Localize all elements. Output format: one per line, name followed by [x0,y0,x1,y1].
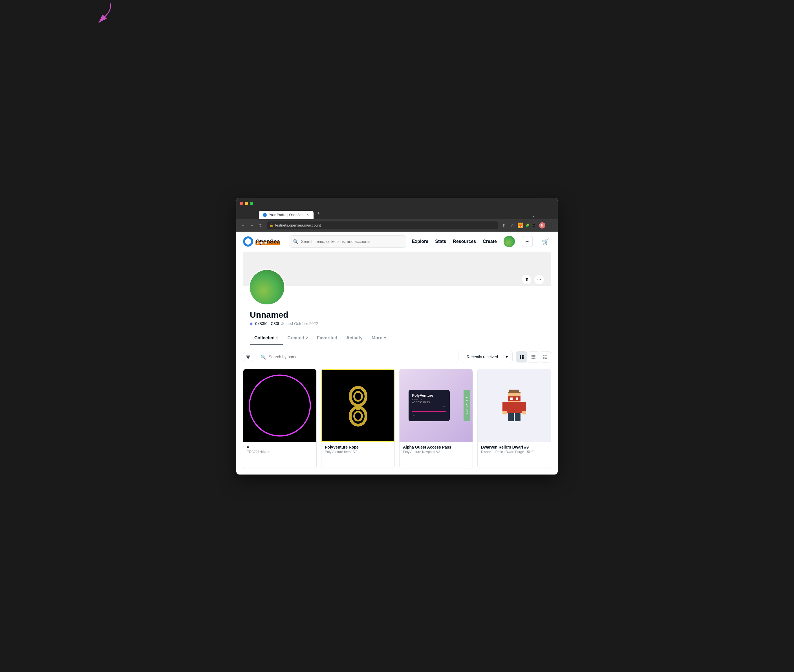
pv-card-title: PolyVenture [412,393,446,397]
view-small-grid-button[interactable] [516,351,527,363]
browser-kebab-menu[interactable]: ⋮ [548,222,554,228]
tab-more[interactable]: More ▾ [367,331,390,345]
svg-rect-4 [522,357,524,359]
nft-1-more-button[interactable]: ··· [243,457,316,469]
back-button[interactable]: ← [240,222,246,229]
svg-rect-32 [507,402,522,413]
nav-user-avatar[interactable] [503,236,515,247]
nav-search-input[interactable] [289,235,406,248]
nft-2-more-button[interactable]: ··· [321,457,395,469]
nft-card-4[interactable]: Dwarven Relic's Dwarf #9 Dwarven Relics … [478,369,551,469]
maximize-window-button[interactable] [250,202,253,205]
svg-rect-3 [520,357,521,359]
svg-rect-11 [532,358,533,359]
sort-dropdown[interactable]: Recently received ▾ [462,351,513,363]
view-list-button[interactable] [540,351,551,363]
nav-wallet-button[interactable]: ⊟ [522,236,533,247]
profile-name: Unnamed [250,310,544,320]
nft-info-3: Alpha Guest Access Pass PolyVenture Keyp… [399,442,473,457]
nft-3-more-button[interactable]: ··· [399,457,473,469]
svg-rect-19 [545,358,547,359]
address-text: testnets.opensea.io/account [275,223,321,227]
nft-collection-1: ERC721zkMint [247,450,313,454]
nft-card-1[interactable]: # ERC721zkMint ··· [243,369,316,469]
share-profile-button[interactable]: ⬆ [522,275,532,285]
tab-created[interactable]: Created 2 [283,331,312,345]
circle-annotation [243,369,316,442]
nft-search-input[interactable] [257,351,459,363]
bookmark-icon[interactable]: ☆ [509,222,515,229]
tab-close-button[interactable]: ✕ [306,213,310,217]
eth-icon: ◆ [250,321,253,326]
opensea-logo[interactable]: OpenSea Testnets [243,237,280,246]
svg-rect-12 [533,358,534,359]
polyventure-card: PolyVenture LEVEL 1 ACCESS PASS ⋯ ← [409,390,450,421]
nft-collection-2: PolyVenture Items V3 [325,450,391,454]
view-medium-grid-button[interactable] [528,351,539,363]
extension-icons: 🦊 🧩 ⊡ [518,222,537,228]
browser-titlebar [236,198,558,209]
content-toolbar: 🔍 Recently received [243,351,551,363]
svg-rect-7 [534,355,535,356]
tab-created-label: Created [287,336,304,341]
tab-more-label: More [372,336,382,341]
nft-4-more-button[interactable]: ··· [478,457,551,469]
svg-rect-5 [532,355,533,356]
browser-menu-button[interactable]: ⌄ [532,213,535,218]
svg-rect-36 [522,411,526,414]
profile-avatar-wrapper [249,269,551,306]
nft-card-2[interactable]: PolyVenture Rope PolyVenture Items V3 ··… [321,369,395,469]
tab-favorited-label: Favorited [317,336,337,341]
tab-activity[interactable]: Activity [342,331,367,345]
rope-svg [341,383,375,428]
nav-resources-link[interactable]: Resources [453,239,476,244]
puzzle-extension-icon[interactable]: 🧩 [524,222,530,228]
svg-rect-31 [516,397,518,400]
svg-rect-17 [545,357,547,357]
nft-image-1 [243,369,316,442]
filter-button[interactable] [243,352,253,362]
pv-back-button[interactable]: ← [412,413,446,418]
svg-rect-15 [545,355,547,356]
active-browser-tab[interactable]: Your Profile | OpenSea ✕ [259,211,313,219]
minimize-window-button[interactable] [245,202,248,205]
forward-button[interactable]: → [249,222,255,229]
profile-actions: ⬆ ··· [522,275,544,285]
chrome-user-avatar[interactable]: M [539,222,545,229]
tab-favorited[interactable]: Favorited [312,331,342,345]
svg-rect-30 [510,397,513,400]
nft-title-4: Dwarven Relic's Dwarf #9 [481,445,547,450]
svg-rect-35 [502,411,507,414]
tab-created-count: 2 [306,336,308,340]
sort-dropdown-label: Recently received [466,355,498,359]
svg-point-22 [354,392,362,401]
svg-rect-14 [543,355,545,356]
new-tab-button[interactable]: + [315,210,322,216]
nft-grid: # ERC721zkMint ··· [243,369,551,469]
more-options-button[interactable]: ··· [534,275,544,285]
nav-cart-button[interactable]: 🛒 [540,236,551,247]
browser-window: Your Profile | OpenSea ✕ + ⌄ ← → ↻ 🔒 tes… [236,198,558,475]
nav-stats-link[interactable]: Stats [435,239,446,244]
svg-rect-26 [509,390,519,392]
address-bar[interactable]: 🔒 testnets.opensea.io/account [267,221,498,229]
svg-rect-9 [533,356,534,357]
sidebar-extension-icon[interactable]: ⊡ [531,222,537,228]
tab-collected-label: Collected [254,336,275,341]
reload-button[interactable]: ↻ [258,222,264,229]
svg-rect-38 [515,413,521,421]
nav-explore-link[interactable]: Explore [412,239,428,244]
nav-search-container: 🔍 [289,235,406,248]
nft-image-3: PolyVenture LEVEL 1 ACCESS PASS ⋯ ← ALPH… [399,369,473,442]
tab-collected[interactable]: Collected 9 [250,331,283,345]
close-window-button[interactable] [240,202,243,205]
nft-card-3[interactable]: PolyVenture LEVEL 1 ACCESS PASS ⋯ ← ALPH… [399,369,473,469]
opensea-navbar: OpenSea Testnets 🔍 Explore Stats Resourc… [236,232,558,252]
share-page-icon[interactable]: ⬆ [501,222,507,229]
nav-create-link[interactable]: Create [483,239,497,244]
nft-title-1: # [247,445,313,450]
profile-join-date: Joined October 2022 [281,321,318,326]
metamask-extension-icon[interactable]: 🦊 [518,222,523,228]
nft-title-2: PolyVenture Rope [325,445,391,450]
nft-collection-3: PolyVenture Keypass V3 [403,450,469,454]
